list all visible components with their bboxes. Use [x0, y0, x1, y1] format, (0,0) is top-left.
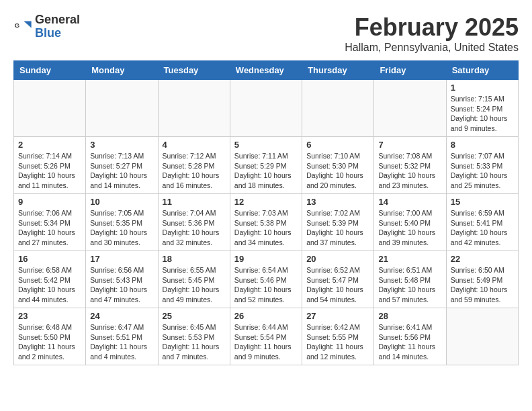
calendar-day-cell: 14Sunrise: 7:00 AM Sunset: 5:40 PM Dayli… — [374, 194, 446, 251]
day-number: 5 — [234, 140, 298, 150]
day-info: Sunrise: 7:06 AM Sunset: 5:34 PM Dayligh… — [18, 208, 81, 248]
calendar-week-row: 2Sunrise: 7:14 AM Sunset: 5:26 PM Daylig… — [14, 137, 519, 194]
calendar-week-row: 16Sunrise: 6:58 AM Sunset: 5:42 PM Dayli… — [14, 251, 519, 308]
calendar-week-row: 9Sunrise: 7:06 AM Sunset: 5:34 PM Daylig… — [14, 194, 519, 251]
calendar-week-row: 1Sunrise: 7:15 AM Sunset: 5:24 PM Daylig… — [14, 80, 519, 137]
day-info: Sunrise: 7:05 AM Sunset: 5:35 PM Dayligh… — [90, 208, 153, 248]
weekday-header: Friday — [374, 61, 446, 80]
day-info: Sunrise: 7:11 AM Sunset: 5:29 PM Dayligh… — [234, 151, 298, 191]
calendar-day-cell: 9Sunrise: 7:06 AM Sunset: 5:34 PM Daylig… — [14, 194, 86, 251]
calendar-day-cell: 24Sunrise: 6:47 AM Sunset: 5:51 PM Dayli… — [86, 308, 158, 365]
day-info: Sunrise: 6:50 AM Sunset: 5:49 PM Dayligh… — [451, 265, 514, 305]
weekday-header: Sunday — [14, 61, 86, 80]
day-number: 12 — [234, 197, 298, 207]
day-info: Sunrise: 6:42 AM Sunset: 5:55 PM Dayligh… — [306, 322, 369, 362]
weekday-header: Monday — [86, 61, 158, 80]
calendar-day-cell — [374, 80, 446, 137]
day-number: 19 — [234, 254, 298, 264]
calendar-day-cell: 26Sunrise: 6:44 AM Sunset: 5:54 PM Dayli… — [230, 308, 302, 365]
day-number: 14 — [378, 197, 441, 207]
calendar-day-cell — [86, 80, 158, 137]
calendar-day-cell: 19Sunrise: 6:54 AM Sunset: 5:46 PM Dayli… — [230, 251, 302, 308]
day-number: 13 — [306, 197, 369, 207]
day-info: Sunrise: 6:56 AM Sunset: 5:43 PM Dayligh… — [90, 265, 153, 305]
day-number: 10 — [90, 197, 153, 207]
day-number: 21 — [378, 254, 441, 264]
day-info: Sunrise: 6:47 AM Sunset: 5:51 PM Dayligh… — [90, 322, 153, 362]
calendar-day-cell — [446, 308, 518, 365]
calendar-day-cell — [230, 80, 302, 137]
day-number: 22 — [451, 254, 514, 264]
day-info: Sunrise: 7:04 AM Sunset: 5:36 PM Dayligh… — [163, 208, 226, 248]
weekday-header: Saturday — [446, 61, 518, 80]
day-info: Sunrise: 6:45 AM Sunset: 5:53 PM Dayligh… — [163, 322, 226, 362]
weekday-header: Wednesday — [230, 61, 302, 80]
day-info: Sunrise: 6:58 AM Sunset: 5:42 PM Dayligh… — [18, 265, 81, 305]
day-info: Sunrise: 6:59 AM Sunset: 5:41 PM Dayligh… — [451, 208, 514, 248]
day-info: Sunrise: 7:00 AM Sunset: 5:40 PM Dayligh… — [378, 208, 441, 248]
page-header: G General Blue February 2025 Hallam, Pen… — [13, 13, 519, 54]
day-number: 17 — [90, 254, 153, 264]
calendar-day-cell: 6Sunrise: 7:10 AM Sunset: 5:30 PM Daylig… — [302, 137, 374, 194]
day-number: 15 — [451, 197, 514, 207]
day-number: 23 — [18, 311, 81, 321]
day-number: 16 — [18, 254, 81, 264]
calendar-day-cell: 17Sunrise: 6:56 AM Sunset: 5:43 PM Dayli… — [86, 251, 158, 308]
day-info: Sunrise: 7:12 AM Sunset: 5:28 PM Dayligh… — [163, 151, 226, 191]
logo-icon: G — [13, 17, 32, 36]
logo: G General Blue — [13, 13, 80, 40]
calendar-day-cell: 2Sunrise: 7:14 AM Sunset: 5:26 PM Daylig… — [14, 137, 86, 194]
day-number: 18 — [163, 254, 226, 264]
title-area: February 2025 Hallam, Pennsylvania, Unit… — [345, 13, 519, 54]
calendar-day-cell: 16Sunrise: 6:58 AM Sunset: 5:42 PM Dayli… — [14, 251, 86, 308]
calendar-day-cell: 5Sunrise: 7:11 AM Sunset: 5:29 PM Daylig… — [230, 137, 302, 194]
day-number: 26 — [234, 311, 298, 321]
day-info: Sunrise: 7:10 AM Sunset: 5:30 PM Dayligh… — [306, 151, 369, 191]
calendar-week-row: 23Sunrise: 6:48 AM Sunset: 5:50 PM Dayli… — [14, 308, 519, 365]
day-info: Sunrise: 7:02 AM Sunset: 5:39 PM Dayligh… — [306, 208, 369, 248]
day-number: 28 — [378, 311, 441, 321]
calendar-day-cell: 7Sunrise: 7:08 AM Sunset: 5:32 PM Daylig… — [374, 137, 446, 194]
day-info: Sunrise: 6:55 AM Sunset: 5:45 PM Dayligh… — [163, 265, 226, 305]
calendar-day-cell: 12Sunrise: 7:03 AM Sunset: 5:38 PM Dayli… — [230, 194, 302, 251]
day-info: Sunrise: 6:52 AM Sunset: 5:47 PM Dayligh… — [306, 265, 369, 305]
day-info: Sunrise: 7:14 AM Sunset: 5:26 PM Dayligh… — [18, 151, 81, 191]
day-number: 4 — [163, 140, 226, 150]
day-number: 27 — [306, 311, 369, 321]
calendar-day-cell: 1Sunrise: 7:15 AM Sunset: 5:24 PM Daylig… — [446, 80, 518, 137]
calendar-day-cell: 10Sunrise: 7:05 AM Sunset: 5:35 PM Dayli… — [86, 194, 158, 251]
day-number: 8 — [451, 140, 514, 150]
weekday-header: Tuesday — [158, 61, 230, 80]
calendar-day-cell: 15Sunrise: 6:59 AM Sunset: 5:41 PM Dayli… — [446, 194, 518, 251]
svg-marker-1 — [24, 21, 31, 28]
day-info: Sunrise: 7:15 AM Sunset: 5:24 PM Dayligh… — [451, 94, 514, 134]
calendar-day-cell: 20Sunrise: 6:52 AM Sunset: 5:47 PM Dayli… — [302, 251, 374, 308]
day-info: Sunrise: 6:44 AM Sunset: 5:54 PM Dayligh… — [234, 322, 298, 362]
day-number: 1 — [451, 83, 514, 93]
location: Hallam, Pennsylvania, United States — [345, 42, 519, 54]
calendar-day-cell — [158, 80, 230, 137]
day-number: 25 — [163, 311, 226, 321]
svg-text:G: G — [14, 21, 19, 29]
day-number: 20 — [306, 254, 369, 264]
calendar-day-cell: 3Sunrise: 7:13 AM Sunset: 5:27 PM Daylig… — [86, 137, 158, 194]
logo-text: General Blue — [35, 13, 80, 40]
day-number: 9 — [18, 197, 81, 207]
day-number: 24 — [90, 311, 153, 321]
calendar-day-cell: 23Sunrise: 6:48 AM Sunset: 5:50 PM Dayli… — [14, 308, 86, 365]
logo-general: General — [35, 13, 80, 27]
day-number: 3 — [90, 140, 153, 150]
day-info: Sunrise: 7:03 AM Sunset: 5:38 PM Dayligh… — [234, 208, 298, 248]
calendar-header-row: SundayMondayTuesdayWednesdayThursdayFrid… — [14, 61, 519, 80]
month-title: February 2025 — [345, 13, 519, 42]
day-info: Sunrise: 7:07 AM Sunset: 5:33 PM Dayligh… — [451, 151, 514, 191]
logo-blue: Blue — [35, 27, 80, 40]
calendar-day-cell: 4Sunrise: 7:12 AM Sunset: 5:28 PM Daylig… — [158, 137, 230, 194]
day-number: 2 — [18, 140, 81, 150]
calendar-day-cell: 27Sunrise: 6:42 AM Sunset: 5:55 PM Dayli… — [302, 308, 374, 365]
calendar-day-cell: 21Sunrise: 6:51 AM Sunset: 5:48 PM Dayli… — [374, 251, 446, 308]
calendar-day-cell — [302, 80, 374, 137]
day-info: Sunrise: 6:54 AM Sunset: 5:46 PM Dayligh… — [234, 265, 298, 305]
calendar-day-cell — [14, 80, 86, 137]
calendar-day-cell: 11Sunrise: 7:04 AM Sunset: 5:36 PM Dayli… — [158, 194, 230, 251]
